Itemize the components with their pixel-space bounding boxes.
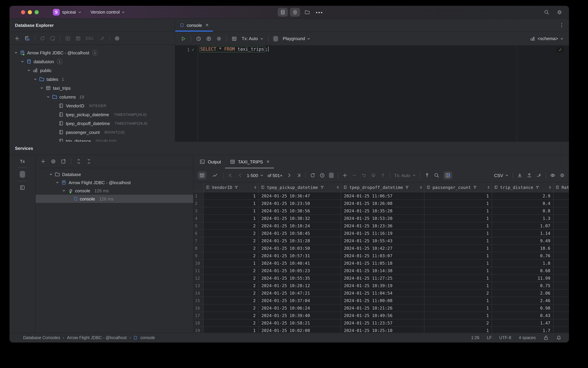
filter-funnel-icon[interactable] [405,185,409,189]
table-row[interactable]: 5 2 2024-01-25 10:10:24 2024-01-25 10:23… [194,222,569,230]
cell-vendorid[interactable]: 1 [204,215,259,222]
previous-page-icon[interactable] [237,173,243,178]
cell-trip-distance[interactable]: 1.07 [492,222,553,229]
cell-trip-distance[interactable]: 0.8 [492,207,553,214]
close-tab-icon[interactable]: ✕ [266,159,270,164]
cell-passenger-count[interactable]: 1 [424,245,492,252]
cell-rate[interactable] [553,297,569,304]
services-item-session[interactable]: console 126 ms [36,186,193,195]
cell-dropoff-datetime[interactable]: 2024-01-25 11:23:57 [341,319,424,327]
cell-rate[interactable] [553,282,569,289]
sort-toggle-icon[interactable] [549,186,551,189]
column-header-vendorid[interactable]: VendorID [204,183,259,192]
grid-settings-gear-icon[interactable] [560,173,565,178]
cell-rate[interactable] [553,192,569,200]
open-query-console-icon[interactable] [65,36,71,41]
table-row[interactable]: 8 2 2024-01-25 10:03:50 2024-01-25 10:42… [194,245,569,252]
table-row[interactable]: 15 2 2024-01-25 10:37:04 2024-01-25 11:0… [194,297,569,304]
filter-funnel-icon[interactable] [535,185,539,189]
cell-rate[interactable] [553,267,569,274]
cell-vendorid[interactable]: 1 [204,207,259,214]
cell-passenger-count[interactable]: 1 [424,304,492,312]
cell-passenger-count[interactable]: 1 [424,207,492,214]
cell-dropoff-datetime[interactable]: 2024-01-25 10:53:20 [341,215,424,222]
project-widget[interactable]: S spiceai [53,9,82,16]
cell-trip-distance[interactable]: 0.75 [492,282,553,289]
view-data-icon[interactable] [75,36,81,41]
submit-icon[interactable] [371,173,376,178]
cell-pickup-datetime[interactable]: 2024-01-25 10:02:08 [259,327,341,333]
cell-vendorid[interactable]: 2 [204,297,259,304]
cell-rate[interactable] [553,237,569,244]
table-row[interactable]: 7 2 2024-01-25 10:31:28 2024-01-25 10:55… [194,237,569,245]
table-row[interactable]: 17 2 2024-01-25 10:39:40 2024-01-25 10:4… [194,312,569,319]
unlock-icon[interactable] [543,335,549,340]
cell-vendorid[interactable]: 2 [204,245,259,252]
export-download-icon[interactable] [517,173,523,178]
editor-options-kebab-icon[interactable]: ⋮ [559,22,564,28]
ddl-button[interactable]: DDL [86,36,94,41]
cell-rate[interactable] [553,260,569,267]
table-row[interactable]: 1 1 2024-01-25 10:36:47 2024-01-25 11:06… [194,192,569,200]
table-row[interactable]: 12 2 2024-01-25 10:55:35 2024-01-25 11:2… [194,275,569,282]
services-item-connection[interactable]: Arrow Flight JDBC - @localhost [36,178,193,186]
cell-passenger-count[interactable]: 1 [424,297,492,304]
breadcrumb-connection[interactable]: Arrow Flight JDBC - @localhost [67,335,127,340]
cell-dropoff-datetime[interactable]: 2024-01-25 10:55:43 [341,237,424,244]
find-icon[interactable] [434,173,439,178]
minimize-window-button[interactable] [28,10,32,14]
sort-toggle-icon[interactable] [337,186,339,189]
filter-funnel-icon[interactable] [473,185,477,189]
table-row[interactable]: 2 1 2024-01-25 10:23:50 2024-01-25 10:26… [194,200,569,207]
tx-mode-dropdown[interactable]: Tx: Auto [242,36,263,41]
cell-pickup-datetime[interactable]: 2024-01-25 10:10:24 [259,222,341,229]
sort-toggle-icon[interactable] [420,186,422,189]
column-header-passenger-count[interactable]: passenger_count [424,183,492,192]
filter-funnel-icon[interactable] [234,185,238,189]
cell-passenger-count[interactable]: 2 [424,319,492,327]
collapse-all-icon[interactable] [86,159,92,164]
table-row[interactable]: 16 2 2024-01-25 10:06:24 2024-01-25 10:2… [194,304,569,312]
cell-trip-distance[interactable]: 0.4 [492,200,553,207]
cell-pickup-datetime[interactable]: 2024-01-25 10:06:24 [259,304,341,312]
cell-pickup-datetime[interactable]: 2024-01-25 10:58:21 [259,319,341,327]
sql-editor[interactable]: 1 ✓ SELECT * FROM taxi_trips; ✓ [175,45,569,142]
tree-item-tables-folder[interactable]: tables 1 [14,75,175,83]
zoom-window-button[interactable] [35,10,39,14]
line-ending[interactable]: LF [487,335,492,340]
cell-trip-distance[interactable]: 0.43 [492,312,553,319]
cell-trip-distance[interactable]: 1.8 [492,260,553,267]
add-row-icon[interactable] [342,173,348,178]
tree-item-column[interactable]: VendorID INTEGER [14,101,175,110]
cell-pickup-datetime[interactable]: 2024-01-25 10:28:12 [259,282,341,289]
split-view-icon[interactable] [20,185,25,190]
cell-dropoff-datetime[interactable]: 2024-01-25 10:23:36 [341,222,424,229]
pin-tab-icon[interactable] [424,173,430,178]
cell-passenger-count[interactable]: 1 [424,267,492,274]
cell-dropoff-datetime[interactable]: 2024-01-25 10:21:26 [341,304,424,312]
tree-item-database[interactable]: datafusion 1 [14,57,175,66]
cell-rate[interactable] [553,275,569,282]
refresh-icon[interactable] [40,36,45,41]
cell-vendorid[interactable]: 2 [204,275,259,282]
settings-gear-icon[interactable] [557,9,562,15]
cell-pickup-datetime[interactable]: 2024-01-25 10:40:41 [259,260,341,267]
cell-vendorid[interactable]: 2 [204,282,259,289]
cell-dropoff-datetime[interactable]: 2024-01-25 11:04:54 [341,289,424,297]
database-tool-button[interactable] [278,8,288,17]
tree-item-column[interactable]: tpep_dropoff_datetime TIMESTAMP(26,6) [14,119,175,128]
cell-dropoff-datetime[interactable]: 2024-01-25 11:06:57 [341,192,424,200]
parameters-icon[interactable] [206,36,212,41]
cell-rate[interactable] [553,245,569,252]
cell-vendorid[interactable]: 2 [204,237,259,244]
revert-icon[interactable] [361,173,367,178]
cell-rate[interactable] [553,207,569,214]
grid-tx-dropdown[interactable]: Tx: Auto [394,173,416,178]
cell-dropoff-datetime[interactable]: 2024-01-25 11:00:08 [341,297,424,304]
cell-rate[interactable] [553,252,569,259]
cell-passenger-count[interactable]: 2 [424,289,492,297]
cell-pickup-datetime[interactable]: 2024-01-25 10:03:50 [259,245,341,252]
cell-passenger-count[interactable]: 1 [424,275,492,282]
column-header-rate[interactable]: Rate [553,183,569,192]
version-control-widget[interactable]: Version control [90,9,125,15]
